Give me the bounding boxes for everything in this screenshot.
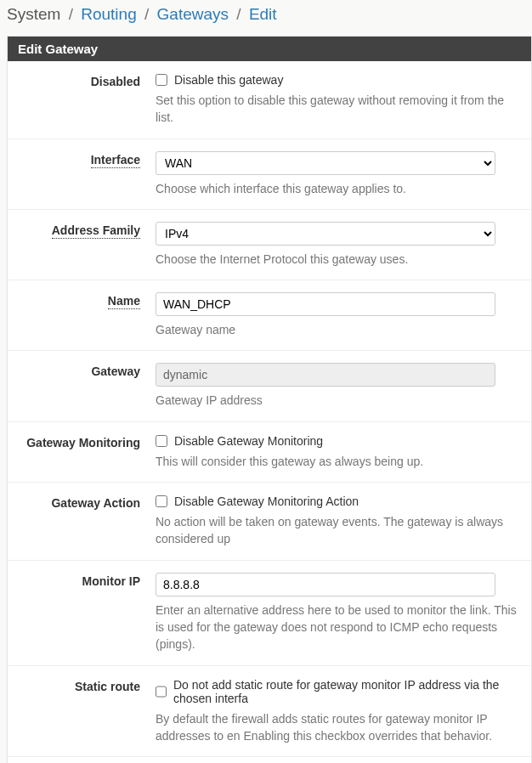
label-address-family: Address Family [8, 222, 156, 268]
checkbox-disable-monitoring-input[interactable] [156, 435, 167, 447]
checkbox-disable-monitoring[interactable]: Disable Gateway Monitoring [156, 434, 523, 448]
breadcrumb-link-gateways[interactable]: Gateways [157, 5, 229, 23]
row-monitor-ip: Monitor IP Enter an alternative address … [8, 561, 531, 666]
label-disabled: Disabled [8, 73, 156, 127]
help-monitor-ip: Enter an alternative address here to be … [156, 602, 523, 653]
label-monitoring: Gateway Monitoring [8, 434, 156, 470]
input-monitor-ip[interactable] [156, 573, 495, 596]
label-name: Name [8, 292, 156, 338]
label-static-route: Static route [8, 678, 156, 745]
edit-gateway-panel: Edit Gateway Disabled Disable this gatew… [7, 36, 532, 763]
help-static-route: By default the firewall adds static rout… [156, 710, 523, 745]
breadcrumb-sep: / [144, 5, 149, 23]
breadcrumb-sep: / [236, 5, 241, 23]
row-action: Gateway Action Disable Gateway Monitorin… [8, 483, 531, 561]
help-monitoring: This will consider this gateway as alway… [156, 453, 523, 470]
input-gateway [156, 363, 495, 387]
breadcrumb-link-routing[interactable]: Routing [81, 5, 137, 23]
label-gateway: Gateway [8, 363, 156, 409]
breadcrumb-root: System [7, 5, 60, 23]
row-name: Name Gateway name [8, 280, 531, 351]
help-name: Gateway name [156, 321, 523, 338]
label-interface: Interface [8, 151, 156, 197]
label-monitor-ip: Monitor IP [8, 573, 156, 653]
help-interface: Choose which interface this gateway appl… [156, 180, 523, 197]
breadcrumb-link-edit[interactable]: Edit [249, 5, 277, 23]
panel-title: Edit Gateway [8, 37, 531, 61]
select-address-family[interactable]: IPv4 [156, 222, 495, 246]
label-action: Gateway Action [8, 495, 156, 548]
select-interface[interactable]: WAN [156, 151, 495, 175]
row-static-route: Static route Do not add static route for… [8, 666, 531, 758]
input-name[interactable] [156, 292, 495, 316]
row-interface: Interface WAN Choose which interface thi… [8, 139, 531, 210]
breadcrumb: System / Routing / Gateways / Edit [0, 0, 532, 36]
row-disabled: Disabled Disable this gateway Set this o… [8, 61, 531, 139]
row-gateway: Gateway Gateway IP address [8, 351, 531, 421]
help-address-family: Choose the Internet Protocol this gatewa… [156, 251, 523, 268]
row-force-state: Force state Mark Gateway as Down This wi… [8, 757, 531, 763]
checkbox-disable-action[interactable]: Disable Gateway Monitoring Action [156, 495, 523, 508]
breadcrumb-sep: / [69, 5, 73, 23]
checkbox-static-route[interactable]: Do not add static route for gateway moni… [156, 678, 523, 705]
help-disabled: Set this option to disable this gateway … [156, 92, 523, 127]
checkbox-disable-gateway[interactable]: Disable this gateway [156, 73, 523, 87]
checkbox-static-route-input[interactable] [156, 686, 167, 698]
checkbox-disable-action-input[interactable] [156, 495, 167, 507]
row-address-family: Address Family IPv4 Choose the Internet … [8, 210, 531, 280]
row-monitoring: Gateway Monitoring Disable Gateway Monit… [8, 422, 531, 483]
checkbox-disable-gateway-input[interactable] [156, 74, 167, 86]
help-action: No action will be taken on gateway event… [156, 513, 523, 548]
help-gateway: Gateway IP address [156, 392, 523, 409]
